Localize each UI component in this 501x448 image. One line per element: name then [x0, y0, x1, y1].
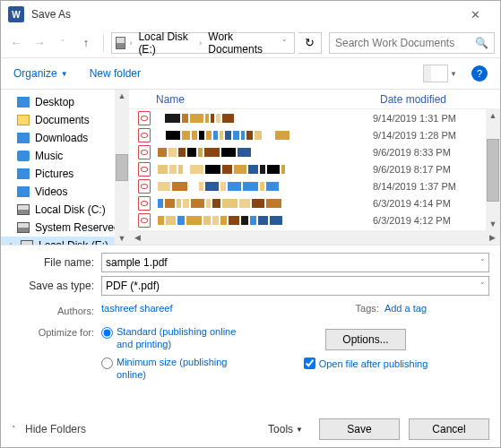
search-input[interactable] — [335, 37, 475, 49]
hide-folders-button[interactable]: Hide Folders — [25, 423, 86, 435]
pdf-icon — [138, 128, 151, 142]
tree-item-label: Documents — [35, 114, 90, 126]
hide-folders-chevron[interactable]: ˄ — [12, 425, 16, 434]
tree-item[interactable]: Videos — [1, 183, 129, 201]
tree-item[interactable]: ˅Local Disk (E:) — [1, 237, 129, 245]
savetype-label: Save as type: — [12, 280, 101, 292]
pdf-icon — [138, 111, 151, 125]
file-name-redacted — [158, 182, 373, 191]
search-icon[interactable]: 🔍 — [475, 37, 488, 49]
tree-item-label: Music — [35, 150, 63, 162]
file-row[interactable]: 9/14/2019 1:31 PM — [129, 109, 500, 126]
view-dropdown[interactable]: ▼ — [450, 70, 457, 78]
pdf-icon — [138, 196, 151, 211]
tree-scrollbar[interactable]: ▲▼ — [115, 90, 129, 245]
drive-icon — [116, 37, 125, 49]
word-icon: W — [8, 6, 24, 22]
pdf-icon — [138, 145, 151, 159]
tree-item-label: Videos — [35, 185, 67, 198]
tools-button[interactable]: Tools▼ — [268, 423, 303, 435]
nav-row: ← → ˅ ↑ › Local Disk (E:) › Work Documen… — [1, 28, 500, 58]
cancel-button[interactable]: Cancel — [409, 418, 489, 440]
organize-button[interactable]: Organize▼ — [13, 67, 68, 80]
close-button[interactable]: ✕ — [457, 8, 493, 22]
file-row[interactable]: 8/14/2019 1:37 PM — [129, 177, 500, 194]
toolbar: Organize▼ New folder ▼ ? — [1, 58, 500, 89]
new-folder-button[interactable]: New folder — [90, 67, 141, 80]
file-vscroll[interactable]: ▲▼ — [486, 109, 500, 230]
breadcrumb-drive[interactable]: Local Disk (E:) — [135, 30, 195, 56]
file-name-redacted — [158, 165, 373, 174]
drive-icon — [21, 240, 33, 245]
back-button[interactable]: ← — [6, 36, 26, 49]
up-button[interactable]: ↑ — [76, 36, 96, 49]
file-date: 9/6/2019 8:17 PM — [373, 164, 451, 175]
file-name-redacted — [158, 148, 373, 157]
tags-value[interactable]: Add a tag — [384, 303, 427, 314]
tree-item-label: System Reserved — [35, 221, 120, 234]
tree-item[interactable]: Local Disk (C:) — [1, 201, 129, 219]
tree-item[interactable]: Pictures — [1, 165, 129, 183]
music-icon — [17, 151, 30, 161]
window-title: Save As — [31, 8, 457, 21]
file-list-header[interactable]: Name Date modified — [129, 90, 500, 109]
refresh-button[interactable]: ↻ — [298, 32, 322, 54]
column-date[interactable]: Date modified — [380, 93, 500, 106]
column-name[interactable]: Name — [156, 93, 380, 106]
file-hscroll[interactable]: ◀▶ — [129, 230, 500, 245]
optimize-standard-radio[interactable] — [101, 327, 113, 339]
filename-input[interactable]: sample 1.pdf˅ — [101, 253, 489, 272]
file-row[interactable]: 9/14/2019 1:28 PM — [129, 126, 500, 143]
file-row[interactable]: 9/6/2019 8:33 PM — [129, 143, 500, 160]
tree-item[interactable]: System Reserved — [1, 219, 129, 237]
file-date: 9/6/2019 8:33 PM — [373, 147, 451, 158]
open-after-checkbox[interactable] — [304, 358, 315, 369]
pdf-icon — [138, 230, 151, 231]
authors-label: Authors: — [12, 303, 101, 316]
vid-icon — [17, 186, 30, 197]
pdf-icon — [138, 179, 151, 194]
pdf-icon — [138, 213, 151, 228]
pdf-icon — [138, 162, 151, 177]
file-row[interactable]: 9/6/2019 8:17 PM — [129, 160, 500, 177]
tags-label: Tags: — [356, 303, 379, 314]
view-button[interactable] — [423, 65, 448, 82]
options-button[interactable]: Options... — [325, 329, 406, 350]
tree-item[interactable]: Downloads — [1, 129, 129, 147]
optimize-standard[interactable]: Standard (publishing online and printing… — [101, 325, 242, 350]
folder-tree[interactable]: DesktopDocumentsDownloadsMusicPicturesVi… — [1, 90, 129, 245]
help-button[interactable]: ? — [471, 65, 488, 82]
authors-value[interactable]: tashreef shareef — [101, 303, 173, 314]
savetype-select[interactable]: PDF (*.pdf)˅ — [101, 276, 489, 296]
address-dropdown[interactable]: ˅ — [282, 39, 287, 47]
tree-item[interactable]: Desktop — [1, 93, 129, 111]
file-date: 9/14/2019 1:31 PM — [373, 113, 456, 124]
folder-icon — [17, 115, 30, 125]
drive-icon — [17, 204, 30, 215]
tree-item-label: Desktop — [35, 96, 74, 108]
search-box[interactable]: 🔍 — [329, 32, 495, 54]
file-name-redacted — [158, 216, 373, 225]
pic-icon — [17, 168, 30, 179]
file-name-redacted — [158, 131, 373, 140]
forward-button[interactable]: → — [30, 36, 49, 49]
tree-item-label: Pictures — [35, 168, 73, 180]
open-after-check[interactable]: Open file after publishing — [304, 358, 428, 369]
tree-item-label: Local Disk (E:) — [39, 239, 108, 245]
desktop-icon — [17, 97, 30, 108]
file-name-redacted — [158, 199, 373, 208]
optimize-minimum-radio[interactable] — [101, 358, 113, 369]
save-button[interactable]: Save — [319, 418, 400, 440]
file-row[interactable]: 6/3/2019 4:12 PM — [129, 211, 500, 228]
file-row[interactable]: 6/3/2019 4:14 PM — [129, 194, 500, 211]
file-name-redacted — [158, 114, 373, 123]
breadcrumb-folder[interactable]: Work Documents — [205, 30, 275, 56]
tree-item[interactable]: Documents — [1, 111, 129, 129]
optimize-minimum[interactable]: Minimum size (publishing online) — [101, 356, 242, 381]
address-bar[interactable]: › Local Disk (E:) › Work Documents ˅ — [111, 32, 295, 54]
recent-dropdown[interactable]: ˅ — [53, 39, 73, 47]
title-bar: W Save As ✕ — [1, 1, 500, 28]
file-date: 9/14/2019 1:28 PM — [373, 130, 456, 141]
tree-item[interactable]: Music — [1, 147, 129, 165]
tree-item-label: Downloads — [35, 132, 88, 144]
